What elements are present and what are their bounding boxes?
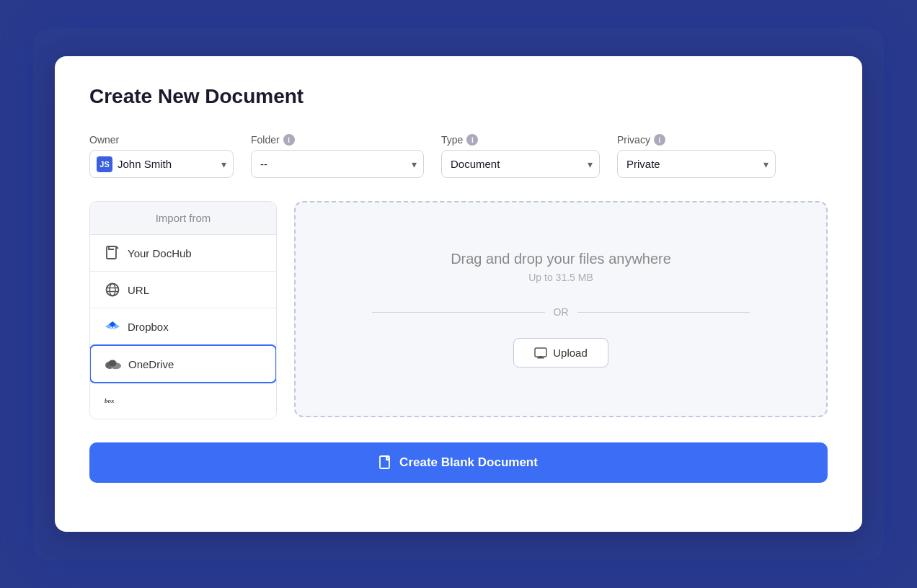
onedrive-icon: [105, 356, 121, 372]
folder-select-wrapper: -- ▾: [251, 150, 424, 178]
box-icon: box: [105, 393, 120, 409]
type-select-wrapper: Document ▾: [441, 150, 600, 178]
owner-field-group: Owner JS John Smith ▾: [89, 134, 234, 178]
dropbox-icon: [105, 318, 120, 334]
owner-select[interactable]: John Smith: [89, 150, 234, 178]
drop-secondary-text: Up to 31.5 MB: [528, 272, 593, 283]
svg-point-1: [107, 284, 119, 296]
import-item-onedrive[interactable]: OneDrive: [89, 344, 277, 383]
upload-button[interactable]: Upload: [513, 338, 608, 368]
modal-title: Create New Document: [89, 85, 828, 108]
privacy-label: Privacy i: [617, 134, 776, 146]
drop-primary-text: Drag and drop your files anywhere: [451, 251, 671, 267]
owner-select-wrapper: JS John Smith ▾: [89, 150, 234, 178]
fields-row: Owner JS John Smith ▾ Folder i --: [89, 134, 828, 178]
import-item-dropbox[interactable]: Dropbox: [90, 308, 276, 345]
type-info-icon[interactable]: i: [466, 134, 478, 146]
privacy-select-wrapper: Private ▾: [617, 150, 776, 178]
globe-icon: [105, 282, 120, 298]
upload-button-label: Upload: [553, 347, 588, 359]
content-row: Import from Your DocHub: [89, 201, 828, 419]
create-button-label: Create Blank Document: [399, 455, 538, 470]
svg-rect-0: [107, 246, 116, 259]
folder-field-group: Folder i -- ▾: [251, 134, 424, 178]
import-item-onedrive-label: OneDrive: [128, 358, 174, 370]
or-line-right: [577, 312, 750, 313]
or-line-left: [372, 312, 545, 313]
import-item-dochub-label: Your DocHub: [128, 247, 192, 259]
create-blank-document-button[interactable]: Create Blank Document: [89, 442, 828, 483]
svg-text:box: box: [105, 397, 115, 404]
or-divider: OR: [372, 306, 750, 318]
import-item-box[interactable]: box box: [90, 383, 276, 419]
or-text: OR: [554, 306, 569, 318]
create-doc-icon: [379, 455, 392, 470]
upload-icon: [534, 347, 547, 359]
type-select[interactable]: Document: [441, 150, 600, 178]
svg-rect-12: [535, 348, 546, 357]
owner-label: Owner: [89, 134, 234, 146]
folder-info-icon[interactable]: i: [283, 134, 295, 146]
import-item-dropbox-label: Dropbox: [128, 321, 169, 333]
privacy-info-icon[interactable]: i: [654, 134, 665, 146]
import-item-url[interactable]: URL: [90, 272, 276, 308]
folder-label: Folder i: [251, 134, 424, 146]
import-item-dochub[interactable]: Your DocHub: [90, 235, 276, 272]
type-label: Type i: [441, 134, 600, 146]
privacy-select[interactable]: Private: [617, 150, 776, 178]
type-field-group: Type i Document ▾: [441, 134, 600, 178]
svg-point-10: [109, 360, 117, 367]
folder-select[interactable]: --: [251, 150, 424, 178]
svg-rect-14: [539, 356, 542, 358]
svg-point-2: [110, 284, 115, 296]
import-header: Import from: [90, 202, 276, 235]
dochub-icon: [105, 245, 120, 261]
import-item-url-label: URL: [128, 284, 149, 296]
modal-container: Create New Document Owner JS John Smith …: [55, 56, 862, 532]
import-panel: Import from Your DocHub: [89, 201, 277, 419]
outer-background: Create New Document Owner JS John Smith …: [33, 27, 884, 561]
privacy-field-group: Privacy i Private ▾: [617, 134, 776, 178]
drop-zone[interactable]: Drag and drop your files anywhere Up to …: [294, 201, 828, 417]
